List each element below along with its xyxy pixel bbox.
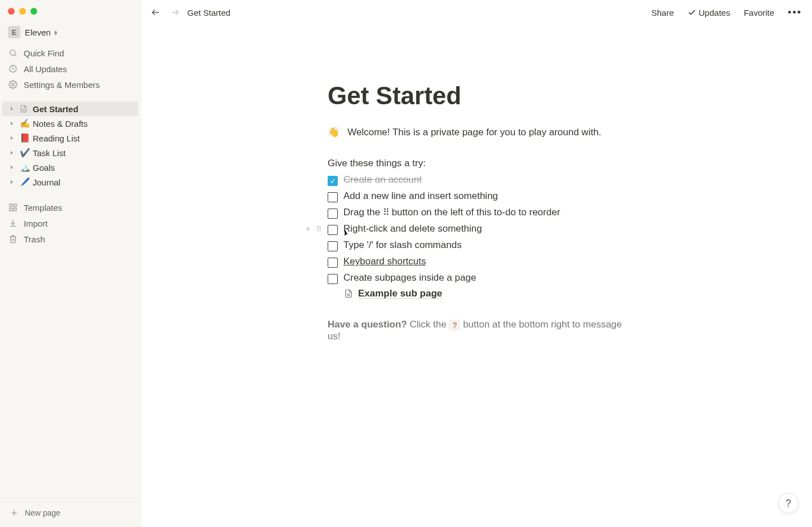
more-button[interactable]: •••	[785, 5, 804, 21]
todo-row[interactable]: ✓Create an account	[328, 172, 625, 188]
todo-text[interactable]: Create subpages inside a page	[343, 272, 476, 284]
nav-forward-button[interactable]	[168, 6, 182, 19]
todo-row[interactable]: ⠿Right-click and delete something	[328, 221, 625, 237]
todo-row[interactable]: Add a new line and insert something	[328, 188, 625, 205]
page-content: Get Started 👋 Welcome! This is a private…	[273, 81, 679, 342]
updates-label: Updates	[699, 8, 730, 17]
sidebar-page-item[interactable]: 📕Reading List	[2, 131, 138, 145]
trash-button[interactable]: Trash	[3, 231, 137, 247]
todo-text[interactable]: Type '/' for slash commands	[343, 240, 462, 251]
topbar: Get Started Share Updates Favorite •••	[141, 0, 812, 25]
todo-checkbox[interactable]	[328, 209, 338, 219]
templates-button[interactable]: Templates	[3, 200, 137, 215]
sidebar-lower: Templates Import Trash	[0, 192, 140, 249]
topbar-actions: Share Updates Favorite •••	[649, 5, 804, 21]
sidebar-page-label: Notes & Drafts	[33, 119, 88, 129]
breadcrumb[interactable]: Get Started	[187, 8, 231, 17]
chevron-right-icon[interactable]	[7, 162, 17, 172]
new-page-button[interactable]: New page	[3, 504, 137, 521]
page-tree: Get Started✍️Notes & Drafts📕Reading List…	[0, 99, 140, 192]
close-window-icon[interactable]	[8, 8, 15, 15]
trash-icon	[8, 234, 18, 244]
help-question: Have a question?	[328, 319, 407, 330]
page-title[interactable]: Get Started	[328, 81, 625, 111]
minimize-window-icon[interactable]	[19, 8, 26, 15]
welcome-block[interactable]: 👋 Welcome! This is a private page for yo…	[328, 125, 625, 140]
nav-back-button[interactable]	[149, 6, 162, 19]
sidebar-page-label: Reading List	[33, 134, 80, 143]
sidebar-page-item[interactable]: ✍️Notes & Drafts	[2, 116, 138, 131]
sidebar-page-item[interactable]: 🖊️Journal	[2, 175, 138, 189]
import-button[interactable]: Import	[3, 215, 137, 231]
page-emoji-icon: 📕	[19, 133, 30, 143]
todo-checkbox[interactable]	[328, 192, 338, 202]
todo-text[interactable]: Create an account	[343, 174, 422, 185]
page-emoji-icon: ✔️	[19, 148, 30, 158]
todo-checkbox[interactable]	[328, 241, 338, 251]
todo-checkbox[interactable]	[328, 225, 338, 235]
quick-find-button[interactable]: Quick Find	[3, 45, 137, 61]
search-icon	[8, 48, 18, 58]
chevron-right-icon[interactable]	[7, 104, 17, 114]
maximize-window-icon[interactable]	[30, 8, 37, 15]
todo-row[interactable]: Type '/' for slash commands	[328, 237, 625, 254]
updates-button[interactable]: Updates	[685, 6, 732, 20]
check-icon	[687, 8, 696, 17]
sidebar-utilities: Quick Find All Updates Settings & Member…	[0, 44, 140, 99]
download-icon	[8, 218, 18, 228]
chevron-right-icon[interactable]	[7, 148, 17, 158]
import-label: Import	[24, 219, 48, 228]
favorite-button[interactable]: Favorite	[742, 6, 776, 20]
subpage-label: Example sub page	[358, 288, 442, 299]
svg-point-0	[10, 50, 15, 55]
todo-checkbox[interactable]: ✓	[328, 176, 338, 186]
workspace-name: Eleven	[25, 28, 51, 37]
sidebar: E Eleven ▴▾ Quick Find All Updates Setti…	[0, 0, 141, 527]
subpage-link[interactable]: Example sub page	[328, 286, 625, 301]
todo-checkbox[interactable]	[328, 258, 338, 268]
todo-row[interactable]: Keyboard shortcuts	[328, 254, 625, 270]
wave-emoji: 👋	[328, 127, 339, 138]
settings-members-label: Settings & Members	[24, 80, 100, 90]
todo-text[interactable]: Drag the ⠿ button on the left of this to…	[343, 207, 560, 218]
workspace-switcher[interactable]: E Eleven ▴▾	[0, 23, 140, 44]
templates-icon	[8, 202, 18, 212]
drag-handle-icon[interactable]: ⠿	[314, 223, 324, 234]
all-updates-button[interactable]: All Updates	[3, 61, 137, 77]
welcome-text: Welcome! This is a private page for you …	[347, 127, 601, 138]
sidebar-page-label: Goals	[33, 163, 55, 172]
page-emoji-icon: 🏔️	[19, 162, 30, 172]
todo-text[interactable]: Right-click and delete something	[343, 223, 482, 234]
try-heading[interactable]: Give these things a try:	[328, 156, 625, 171]
page-emoji-icon	[19, 104, 30, 113]
help-chip-icon: ?	[449, 320, 460, 331]
svg-rect-7	[14, 204, 16, 207]
page-icon	[343, 289, 354, 299]
help-footer[interactable]: Have a question? Click the ? button at t…	[328, 319, 625, 342]
chevron-right-icon[interactable]	[7, 177, 17, 187]
help-fab-button[interactable]: ?	[778, 493, 798, 513]
drag-handle-glyph-icon: ⠿	[383, 207, 389, 217]
sidebar-page-item[interactable]: Get Started	[2, 101, 138, 116]
add-block-button[interactable]	[303, 223, 313, 234]
sidebar-page-item[interactable]: ✔️Task List	[2, 145, 138, 160]
chevron-right-icon[interactable]	[7, 118, 17, 129]
todo-row[interactable]: Drag the ⠿ button on the left of this to…	[328, 205, 625, 221]
svg-point-3	[12, 83, 14, 86]
svg-rect-9	[14, 208, 16, 211]
plus-icon	[9, 508, 19, 518]
sidebar-page-label: Journal	[33, 178, 60, 187]
chevron-right-icon[interactable]	[7, 133, 17, 143]
share-button[interactable]: Share	[649, 6, 676, 20]
sidebar-page-item[interactable]: 🏔️Goals	[2, 160, 138, 175]
sidebar-page-label: Task List	[33, 148, 65, 158]
sidebar-footer: New page	[0, 498, 140, 527]
page-body[interactable]: Get Started 👋 Welcome! This is a private…	[141, 25, 812, 365]
todo-row[interactable]: Create subpages inside a page	[328, 270, 625, 286]
todo-text[interactable]: Add a new line and insert something	[343, 191, 498, 202]
sidebar-page-label: Get Started	[33, 104, 78, 114]
todo-checkbox[interactable]	[328, 274, 338, 284]
settings-members-button[interactable]: Settings & Members	[3, 77, 137, 92]
clock-icon	[8, 64, 18, 74]
todo-text[interactable]: Keyboard shortcuts	[343, 256, 426, 267]
